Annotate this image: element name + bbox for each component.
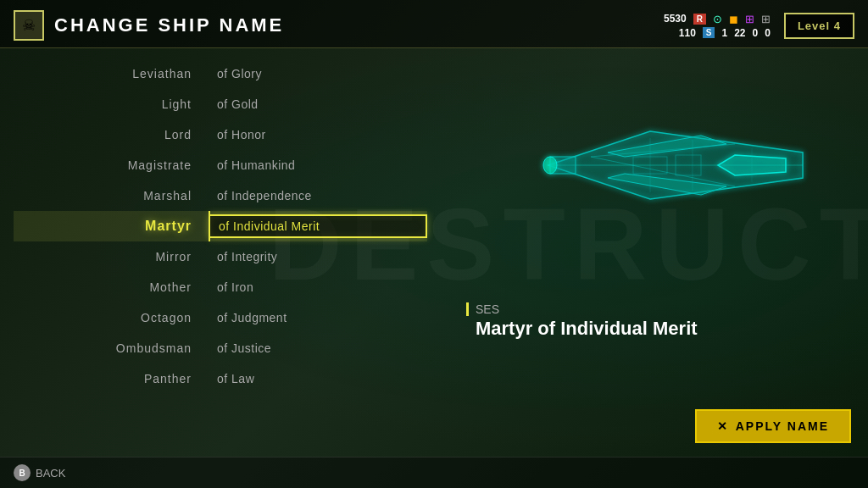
second-name-cell: of Judgment — [209, 308, 427, 328]
header-left: ☠ CHANGE SHIP NAME — [14, 10, 284, 41]
credits-value: 5530 — [664, 13, 687, 25]
first-name-cell: Mirror — [14, 250, 209, 263]
stats-area: 5530 R ⊙ ◼ ⊞ ⊞ 110 S 1 22 0 0 — [664, 13, 771, 39]
name-row[interactable]: Marshalof Independence — [14, 180, 427, 211]
stat-row-1: 5530 R ⊙ ◼ ⊞ ⊞ — [664, 13, 771, 25]
name-row[interactable]: Lordof Honor — [14, 119, 427, 150]
second-name-cell: of Integrity — [209, 247, 427, 267]
ship-prefix: SES — [466, 302, 698, 316]
first-name-cell: Light — [14, 97, 209, 111]
val3: 0 — [753, 27, 759, 39]
first-name-cell: Leviathan — [14, 67, 209, 80]
ship-visual — [481, 80, 820, 250]
second-name-cell: of Gold — [209, 94, 427, 114]
s-badge: S — [703, 27, 715, 38]
ship-name-display: SES Martyr of Individual Merit — [466, 302, 698, 340]
gold-icon: ⊙ — [713, 13, 722, 25]
second-name-cell: of Justice — [209, 338, 427, 358]
header-right: 5530 R ⊙ ◼ ⊞ ⊞ 110 S 1 22 0 0 Level 4 — [664, 13, 854, 39]
name-row[interactable]: Lightof Gold — [14, 89, 427, 119]
first-name-cell: Martyr — [14, 219, 209, 234]
stat-row-2: 110 S 1 22 0 0 — [679, 27, 771, 39]
level-badge: Level 4 — [784, 13, 854, 39]
name-row[interactable]: Octagonof Judgment — [14, 302, 427, 333]
second-name-cell: of Independence — [209, 186, 427, 206]
back-label: BACK — [36, 467, 65, 480]
first-name-cell: Marshal — [14, 189, 209, 202]
svg-point-9 — [543, 157, 557, 174]
r-badge: R — [693, 14, 706, 25]
second-name-cell: of Iron — [209, 277, 427, 297]
name-row[interactable]: Magistrateof Humankind — [14, 150, 427, 180]
second-name-cell: of Individual Merit — [209, 214, 427, 238]
resource-icon: ◼ — [729, 13, 738, 25]
second-name-cell: of Law — [209, 369, 427, 389]
first-name-cell: Magistrate — [14, 158, 209, 172]
second-name-cell: of Humankind — [209, 155, 427, 175]
back-circle-icon: B — [14, 464, 31, 481]
grid-icon: ⊞ — [761, 13, 771, 25]
second-name-cell: of Honor — [209, 125, 427, 145]
selected-indicator — [209, 211, 210, 241]
first-name-cell: Ombudsman — [14, 341, 209, 355]
apply-label: APPLY NAME — [736, 419, 829, 433]
val2: 22 — [734, 27, 745, 39]
name-row[interactable]: Ombudsmanof Justice — [14, 333, 427, 363]
first-name-cell: Octagon — [14, 311, 209, 324]
val1: 1 — [721, 27, 727, 39]
apply-icon: ✕ — [717, 419, 729, 433]
page-title: CHANGE SHIP NAME — [54, 14, 284, 36]
name-list-panel: Leviathanof GloryLightof GoldLordof Hono… — [0, 55, 441, 457]
back-button[interactable]: B BACK — [14, 464, 65, 481]
apply-name-button[interactable]: ✕ APPLY NAME — [695, 409, 851, 443]
second-name-cell: of Glory — [209, 64, 427, 84]
name-row[interactable]: Pantherof Law — [14, 363, 427, 394]
right-panel: SES Martyr of Individual Merit ✕ APPLY N… — [441, 55, 868, 457]
first-name-cell: Mother — [14, 280, 209, 294]
resource-value: 110 — [679, 27, 696, 39]
name-row[interactable]: Mirrorof Integrity — [14, 241, 427, 272]
ship-full-name: Martyr of Individual Merit — [466, 318, 698, 340]
name-row[interactable]: Martyrof Individual Merit — [14, 211, 427, 241]
skull-icon: ☠ — [14, 10, 44, 41]
header: ☠ CHANGE SHIP NAME 5530 R ⊙ ◼ ⊞ ⊞ 110 S … — [0, 0, 868, 48]
name-row[interactable]: Leviathanof Glory — [14, 58, 427, 89]
footer: B BACK — [0, 457, 868, 488]
first-name-cell: Lord — [14, 128, 209, 141]
name-row[interactable]: Motherof Iron — [14, 272, 427, 302]
special-icon: ⊞ — [745, 13, 754, 25]
val4: 0 — [765, 27, 771, 39]
first-name-cell: Panther — [14, 372, 209, 385]
main-content: Leviathanof GloryLightof GoldLordof Hono… — [0, 48, 868, 457]
